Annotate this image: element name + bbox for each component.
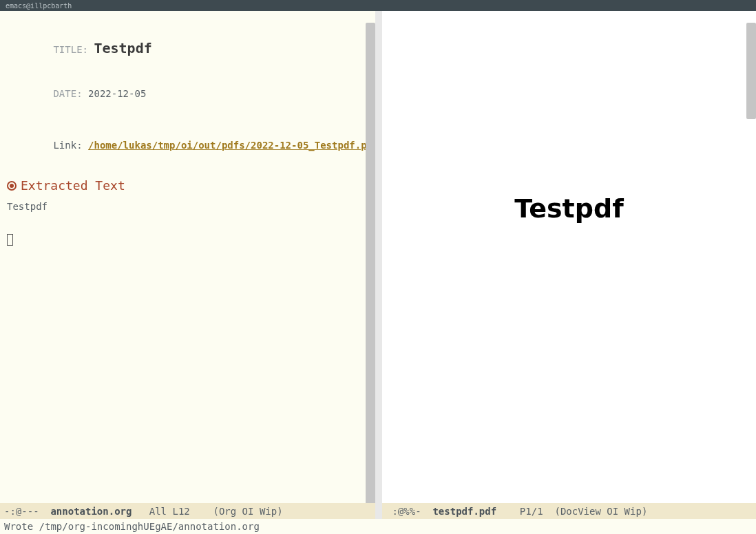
title-value: Testpdf bbox=[94, 40, 151, 56]
headline-text: Extracted Text bbox=[21, 178, 125, 193]
modeline-buffer: annotation.org bbox=[50, 506, 132, 517]
modeline-buffer: testpdf.pdf bbox=[432, 506, 496, 517]
modeline-modes: (DocView OI Wip) bbox=[554, 506, 647, 517]
modeline-row: -:@--- annotation.org All L12 (Org OI Wi… bbox=[0, 503, 756, 519]
title-keyword: TITLE: bbox=[53, 44, 88, 55]
link-label: Link: bbox=[53, 140, 82, 151]
modeline-status: :@%%- bbox=[386, 506, 432, 517]
modeline-modes: (Org OI Wip) bbox=[213, 506, 282, 517]
vertical-split[interactable] bbox=[375, 11, 382, 503]
bullet-icon bbox=[7, 181, 17, 191]
org-buffer[interactable]: TITLE: Testpdf DATE: 2022-12-05 Link: /h… bbox=[0, 11, 375, 503]
org-headline[interactable]: Extracted Text bbox=[7, 178, 368, 193]
left-pane[interactable]: TITLE: Testpdf DATE: 2022-12-05 Link: /h… bbox=[0, 11, 375, 503]
scrollbar-thumb-left[interactable] bbox=[366, 23, 375, 503]
main-area: TITLE: Testpdf DATE: 2022-12-05 Link: /h… bbox=[0, 11, 756, 503]
date-value: 2022-12-05 bbox=[88, 88, 146, 99]
modeline-position: All L12 bbox=[132, 506, 213, 517]
modeline-left[interactable]: -:@--- annotation.org All L12 (Org OI Wi… bbox=[0, 503, 375, 519]
scrollbar-thumb-right[interactable] bbox=[746, 23, 756, 119]
text-cursor bbox=[7, 234, 13, 246]
window-title: emacs@illpcbarth bbox=[6, 2, 72, 10]
minibuffer[interactable]: Wrote /tmp/org-incominghUEgAE/annotation… bbox=[0, 519, 756, 534]
modeline-right[interactable]: :@%%- testpdf.pdf P1/1 (DocView OI Wip) bbox=[382, 503, 756, 519]
modeline-position: P1/1 bbox=[496, 506, 554, 517]
modeline-separator bbox=[375, 503, 382, 519]
extracted-text-body: Testpdf bbox=[7, 201, 368, 212]
pdf-view[interactable]: Testpdf bbox=[382, 11, 756, 503]
right-pane[interactable]: Testpdf bbox=[382, 11, 756, 503]
window-titlebar: emacs@illpcbarth bbox=[0, 0, 756, 11]
pdf-link[interactable]: /home/lukas/tmp/oi/out/pdfs/2022-12-05_T… bbox=[88, 140, 375, 151]
modeline-status: -:@--- bbox=[4, 506, 50, 517]
date-keyword: DATE: bbox=[53, 88, 82, 99]
minibuffer-message: Wrote /tmp/org-incominghUEgAE/annotation… bbox=[4, 521, 260, 532]
pdf-page-text: Testpdf bbox=[514, 193, 623, 224]
